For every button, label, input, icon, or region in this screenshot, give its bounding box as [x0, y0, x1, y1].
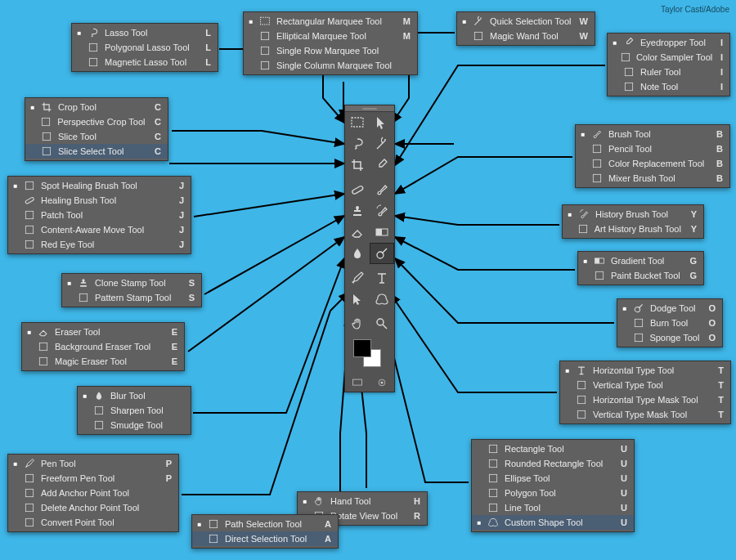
- tool-option-pen-1[interactable]: Freeform Pen ToolP: [8, 471, 178, 486]
- tool-option-eyedropper-2[interactable]: Ruler ToolI: [608, 65, 729, 79]
- tool-option-crop-0[interactable]: ■Crop ToolC: [25, 100, 168, 114]
- tool-option-stamp-0[interactable]: ■Clone Stamp ToolS: [62, 276, 201, 290]
- pen-tool[interactable]: [345, 267, 370, 289]
- gradient-tool[interactable]: [370, 222, 394, 243]
- tool-option-stamp-1[interactable]: Pattern Stamp ToolS: [62, 290, 201, 305]
- tool-label: Blur Tool: [110, 391, 168, 401]
- tool-option-lasso-1[interactable]: Polygonal Lasso ToolL: [72, 40, 218, 55]
- tool-option-lasso-2[interactable]: Magnetic Lasso ToolL: [72, 55, 218, 69]
- tool-option-gradient-1[interactable]: Paint Bucket ToolG: [578, 268, 703, 283]
- ruler-icon: [622, 66, 635, 78]
- tool-option-healing-2[interactable]: Patch ToolJ: [8, 208, 191, 222]
- tool-option-brush-1[interactable]: Pencil ToolB: [576, 141, 729, 156]
- tool-label: Elliptical Marquee Tool: [276, 31, 394, 41]
- tool-option-quickselect-0[interactable]: ■Quick Selection ToolW: [457, 14, 595, 29]
- tool-option-healing-0[interactable]: ■Spot Healing Brush ToolJ: [8, 178, 191, 193]
- shortcut-key: O: [704, 333, 716, 343]
- tool-option-marquee-3[interactable]: Single Column Marquee Tool: [244, 58, 417, 73]
- tool-option-shape-5[interactable]: ■Custom Shape ToolU: [472, 515, 634, 530]
- tool-option-history-0[interactable]: ■History Brush ToolY: [563, 207, 703, 222]
- tool-option-marquee-0[interactable]: ■Rectangular Marquee ToolM: [244, 14, 417, 29]
- blur-tool[interactable]: [345, 243, 370, 264]
- shortcut-key: I: [711, 82, 723, 92]
- active-dot: ■: [30, 104, 35, 111]
- tool-label: Pencil Tool: [608, 144, 707, 154]
- tool-option-dodge-1[interactable]: Burn ToolO: [617, 316, 722, 330]
- tool-option-pen-4[interactable]: Convert Point Tool: [8, 515, 178, 530]
- tool-option-blur-2[interactable]: Smudge Tool: [78, 418, 191, 432]
- stamp-tool[interactable]: [345, 200, 370, 222]
- eyedropper-tool[interactable]: [370, 155, 394, 176]
- tool-option-shape-0[interactable]: Rectangle ToolU: [472, 441, 634, 456]
- tool-option-crop-3[interactable]: Slice Select ToolC: [25, 144, 168, 159]
- history-brush-tool[interactable]: [370, 200, 394, 222]
- tool-option-shape-3[interactable]: Polygon ToolU: [472, 486, 634, 500]
- tool-option-eyedropper-1[interactable]: Color Sampler ToolI: [608, 50, 729, 65]
- flyout-eyedropper: ■Eyedropper ToolIColor Sampler ToolIRule…: [607, 33, 730, 96]
- tool-option-type-1[interactable]: Vertical Type ToolT: [560, 378, 730, 392]
- crop-tool[interactable]: [345, 155, 370, 176]
- path-selection-tool[interactable]: [345, 289, 370, 310]
- tool-option-crop-2[interactable]: Slice ToolC: [25, 129, 168, 144]
- tool-option-pen-2[interactable]: Add Anchor Point Tool: [8, 486, 178, 500]
- tool-option-shape-4[interactable]: Line ToolU: [472, 500, 634, 515]
- attribution-text: Taylor Casti/Adobe: [661, 5, 729, 14]
- active-dot: ■: [27, 329, 32, 336]
- tool-label: Line Tool: [505, 503, 611, 513]
- tool-option-eraser-1[interactable]: Background Eraser ToolE: [22, 339, 184, 354]
- quick-mask-icon[interactable]: [370, 374, 394, 392]
- type-tool[interactable]: [370, 267, 394, 289]
- tool-option-eraser-0[interactable]: ■Eraser ToolE: [22, 325, 184, 339]
- tool-option-crop-1[interactable]: Perspective Crop ToolC: [25, 114, 168, 129]
- screen-mode-icon[interactable]: [345, 374, 370, 392]
- hand-tool[interactable]: [345, 313, 370, 334]
- tool-option-hand-0[interactable]: ■Hand ToolH: [298, 494, 427, 508]
- brush-tool[interactable]: [370, 179, 394, 200]
- tool-label: Art History Brush Tool: [595, 224, 681, 234]
- quick-selection-tool[interactable]: [370, 133, 394, 155]
- tool-option-healing-3[interactable]: Content-Aware Move ToolJ: [8, 222, 191, 237]
- tool-option-type-3[interactable]: Vertical Type Mask ToolT: [560, 407, 730, 422]
- tool-option-shape-1[interactable]: Rounded Rectangle ToolU: [472, 456, 634, 471]
- shape-tool[interactable]: [370, 289, 394, 310]
- tool-option-pen-0[interactable]: ■Pen ToolP: [8, 456, 178, 471]
- tool-option-shape-2[interactable]: Ellipse ToolU: [472, 471, 634, 486]
- healing-tool[interactable]: [345, 179, 370, 200]
- tool-option-quickselect-1[interactable]: Magic Wand ToolW: [457, 29, 595, 43]
- lasso-tool[interactable]: [345, 133, 370, 155]
- tool-option-brush-0[interactable]: ■Brush ToolB: [576, 127, 729, 141]
- tool-option-gradient-0[interactable]: ■Gradient ToolG: [578, 253, 703, 268]
- shortcut-key: A: [320, 534, 331, 544]
- tool-option-dodge-2[interactable]: Sponge ToolO: [617, 330, 722, 345]
- tool-option-brush-2[interactable]: Color Replacement ToolB: [576, 156, 729, 171]
- dodge-tool[interactable]: [370, 243, 394, 264]
- tool-option-pen-3[interactable]: Delete Anchor Point Tool: [8, 500, 178, 515]
- active-dot: ■: [583, 258, 588, 265]
- tool-option-eyedropper-0[interactable]: ■Eyedropper ToolI: [608, 35, 729, 50]
- marquee-tool[interactable]: [345, 112, 370, 133]
- tool-option-type-0[interactable]: ■Horizontal Type ToolT: [560, 363, 730, 378]
- tool-option-dodge-0[interactable]: ■Dodge ToolO: [617, 301, 722, 316]
- tool-option-type-2[interactable]: Horizontal Type Mask ToolT: [560, 392, 730, 407]
- eraser-tool[interactable]: [345, 222, 370, 243]
- tool-option-pathsel-1[interactable]: Direct Selection ToolA: [192, 531, 338, 546]
- tool-option-blur-0[interactable]: ■Blur Tool: [78, 388, 191, 403]
- tool-option-eyedropper-3[interactable]: Note ToolI: [608, 79, 729, 94]
- toolbar-grip[interactable]: [345, 105, 394, 112]
- tool-option-brush-3[interactable]: Mixer Brush ToolB: [576, 171, 729, 186]
- tool-option-healing-1[interactable]: Healing Brush ToolJ: [8, 193, 191, 208]
- move-tool[interactable]: [370, 112, 394, 133]
- tool-option-marquee-1[interactable]: Elliptical Marquee ToolM: [244, 29, 417, 43]
- tool-option-pathsel-0[interactable]: ■Path Selection ToolA: [192, 517, 338, 531]
- tool-option-lasso-0[interactable]: ■Lasso ToolL: [72, 25, 218, 40]
- tool-option-history-1[interactable]: Art History Brush ToolY: [563, 222, 703, 236]
- tool-option-healing-4[interactable]: Red Eye ToolJ: [8, 237, 191, 252]
- shortcut-key: G: [685, 256, 697, 266]
- tool-option-eraser-2[interactable]: Magic Eraser ToolE: [22, 354, 184, 369]
- zoom-tool[interactable]: [370, 313, 394, 334]
- tool-option-marquee-2[interactable]: Single Row Marquee Tool: [244, 43, 417, 58]
- foreground-color-swatch[interactable]: [353, 339, 371, 357]
- tool-label: Burn Tool: [650, 318, 699, 328]
- tool-option-blur-1[interactable]: Sharpen Tool: [78, 403, 191, 418]
- tool-label: Dodge Tool: [650, 303, 699, 313]
